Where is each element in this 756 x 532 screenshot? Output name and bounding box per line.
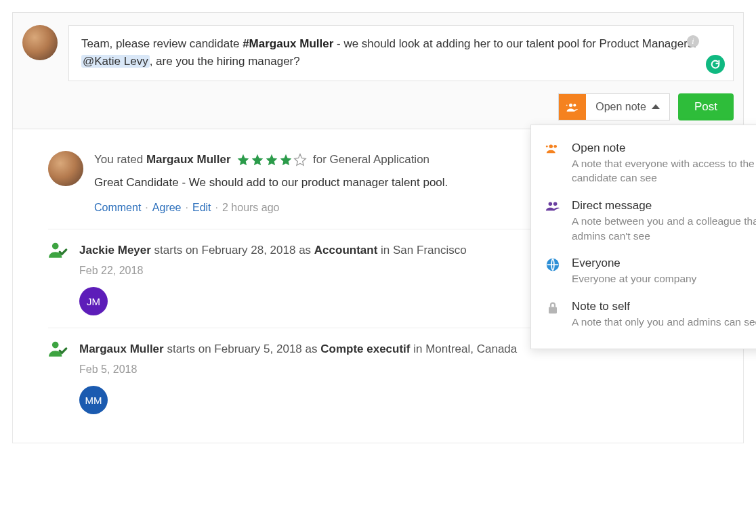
star-icon: [279, 153, 293, 167]
person-name: Margaux Muller: [79, 342, 164, 355]
candidate-name: Margaux Muller: [146, 153, 231, 166]
compose-text-2: - we should look at adding her to our ta…: [333, 37, 696, 50]
mention-chip[interactable]: @Katie Levy: [81, 55, 150, 68]
svg-point-1: [573, 104, 576, 106]
info-icon[interactable]: i: [687, 35, 699, 47]
group-plus-icon: [559, 94, 586, 120]
person-name: Jackie Meyer: [79, 244, 151, 257]
event-mid: starts on February 28, 2018 as: [151, 244, 314, 257]
svg-point-8: [52, 243, 59, 250]
event-location: in San Francisco: [377, 244, 466, 257]
agree-link[interactable]: Agree: [152, 202, 182, 213]
svg-point-0: [569, 104, 572, 107]
dropdown-item-desc: A note that only you and admins can see: [572, 315, 756, 330]
dropdown-item-desc: A note that everyone with access to the …: [572, 156, 756, 185]
review-suffix: for General Application: [313, 153, 429, 166]
dropdown-item-title: Direct message: [572, 199, 756, 213]
compose-text-3: , are you the hiring manager?: [150, 55, 300, 68]
initials-avatar: JM: [79, 287, 108, 315]
grammarly-icon[interactable]: [706, 55, 725, 74]
compose-panel: Team, please review candidate #Margaux M…: [12, 12, 744, 129]
comment-link[interactable]: Comment: [94, 202, 141, 213]
star-icon: [236, 153, 250, 167]
dropdown-item-title: Open note: [572, 141, 756, 155]
svg-point-3: [553, 145, 557, 148]
lock-icon: [545, 300, 561, 330]
person-check-icon: [48, 242, 68, 262]
note-type-dropdown: Open note A note that everyone with acce…: [530, 125, 756, 349]
svg-rect-7: [549, 307, 557, 314]
author-avatar: [22, 25, 58, 60]
svg-point-2: [549, 144, 553, 148]
role: Compte executif: [320, 342, 410, 355]
dropdown-item-open-note[interactable]: Open note A note that everyone with acce…: [545, 135, 756, 192]
dropdown-item-desc: Everyone at your company: [572, 271, 696, 286]
dropdown-item-desc: A note between you and a colleague that …: [572, 214, 756, 243]
event-date: Feb 5, 2018: [79, 361, 708, 378]
edit-link[interactable]: Edit: [192, 202, 211, 213]
svg-point-4: [549, 202, 553, 206]
compose-text: Team, please review candidate: [81, 37, 243, 50]
person-check-icon: [48, 340, 68, 361]
group-icon: [545, 199, 561, 243]
dropdown-item-everyone[interactable]: Everyone Everyone at your company: [545, 250, 756, 293]
note-type-dropdown-button[interactable]: Open note: [558, 93, 670, 120]
note-type-label: Open note: [595, 101, 646, 113]
author-avatar: [48, 151, 83, 186]
svg-point-5: [553, 202, 558, 206]
role: Accountant: [314, 244, 378, 257]
post-button[interactable]: Post: [678, 93, 734, 120]
compose-row: Team, please review candidate #Margaux M…: [22, 25, 734, 81]
star-rating: [236, 153, 307, 167]
chevron-up-icon: [652, 104, 660, 109]
star-icon: [265, 153, 278, 167]
event-mid: starts on February 5, 2018 as: [164, 342, 321, 355]
compose-actions: Open note Post Open note A note that eve…: [22, 93, 734, 120]
dropdown-item-direct-message[interactable]: Direct message A note between you and a …: [545, 192, 756, 250]
initials-avatar: MM: [79, 386, 108, 414]
dropdown-item-title: Everyone: [572, 257, 696, 270]
globe-icon: [545, 257, 561, 286]
star-outline-icon: [293, 153, 307, 167]
star-icon: [251, 153, 264, 167]
timestamp: 2 hours ago: [222, 202, 280, 213]
review-prefix: You rated: [94, 153, 146, 166]
group-plus-icon: [545, 141, 561, 185]
dropdown-item-title: Note to self: [572, 300, 756, 313]
svg-point-9: [52, 342, 59, 349]
dropdown-item-note-to-self[interactable]: Note to self A note that only you and ad…: [545, 293, 756, 336]
event-location: in Montreal, Canada: [410, 342, 517, 355]
candidate-hashtag[interactable]: #Margaux Muller: [243, 37, 333, 50]
compose-textarea[interactable]: Team, please review candidate #Margaux M…: [68, 25, 734, 81]
